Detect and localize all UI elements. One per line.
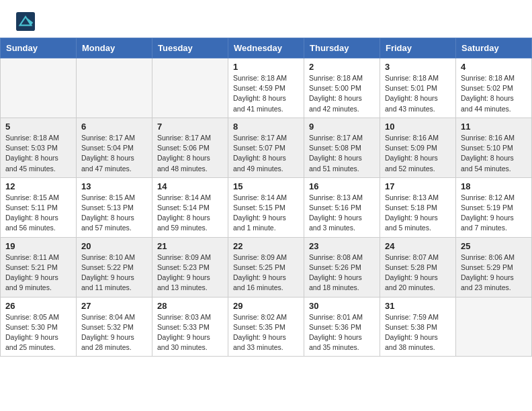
calendar-cell: 2Sunrise: 8:18 AMSunset: 5:00 PMDaylight… xyxy=(304,58,380,118)
day-number: 6 xyxy=(81,122,147,132)
calendar-cell: 11Sunrise: 8:16 AMSunset: 5:10 PMDayligh… xyxy=(456,118,532,177)
day-info: Sunrise: 8:15 AMSunset: 5:13 PMDaylight:… xyxy=(81,193,147,234)
day-number: 5 xyxy=(5,122,71,132)
day-number: 16 xyxy=(309,181,375,191)
day-number: 24 xyxy=(385,241,451,251)
calendar-cell xyxy=(456,297,532,357)
day-number: 20 xyxy=(81,241,147,251)
weekday-header-monday: Monday xyxy=(77,38,152,58)
day-info: Sunrise: 8:18 AMSunset: 5:03 PMDaylight:… xyxy=(5,133,71,174)
day-info: Sunrise: 8:02 AMSunset: 5:35 PMDaylight:… xyxy=(233,312,299,353)
day-info: Sunrise: 8:18 AMSunset: 5:02 PMDaylight:… xyxy=(461,73,527,114)
day-number: 3 xyxy=(385,62,451,72)
day-number: 31 xyxy=(385,301,451,311)
calendar-cell: 23Sunrise: 8:08 AMSunset: 5:26 PMDayligh… xyxy=(304,237,380,297)
calendar-week-row: 26Sunrise: 8:05 AMSunset: 5:30 PMDayligh… xyxy=(1,297,532,357)
calendar-cell: 13Sunrise: 8:15 AMSunset: 5:13 PMDayligh… xyxy=(77,177,152,237)
calendar-cell: 30Sunrise: 8:01 AMSunset: 5:36 PMDayligh… xyxy=(304,297,380,357)
calendar-cell: 15Sunrise: 8:14 AMSunset: 5:15 PMDayligh… xyxy=(228,177,304,237)
day-info: Sunrise: 8:14 AMSunset: 5:14 PMDaylight:… xyxy=(157,193,223,234)
day-info: Sunrise: 8:16 AMSunset: 5:10 PMDaylight:… xyxy=(461,133,527,174)
calendar-week-row: 12Sunrise: 8:15 AMSunset: 5:11 PMDayligh… xyxy=(1,177,532,237)
day-number: 22 xyxy=(233,241,299,251)
calendar-cell: 28Sunrise: 8:03 AMSunset: 5:33 PMDayligh… xyxy=(152,297,228,357)
day-info: Sunrise: 8:13 AMSunset: 5:18 PMDaylight:… xyxy=(385,193,451,234)
day-info: Sunrise: 8:18 AMSunset: 4:59 PMDaylight:… xyxy=(233,73,299,114)
weekday-header-friday: Friday xyxy=(380,38,456,58)
day-number: 15 xyxy=(233,181,299,191)
calendar-cell xyxy=(152,58,228,118)
day-number: 27 xyxy=(81,301,147,311)
calendar-cell: 31Sunrise: 7:59 AMSunset: 5:38 PMDayligh… xyxy=(380,297,456,357)
calendar-cell: 19Sunrise: 8:11 AMSunset: 5:21 PMDayligh… xyxy=(1,237,77,297)
day-info: Sunrise: 7:59 AMSunset: 5:38 PMDaylight:… xyxy=(385,312,451,353)
weekday-header-saturday: Saturday xyxy=(456,38,532,58)
calendar-cell: 4Sunrise: 8:18 AMSunset: 5:02 PMDaylight… xyxy=(456,58,532,118)
day-info: Sunrise: 8:03 AMSunset: 5:33 PMDaylight:… xyxy=(157,312,223,353)
day-number: 25 xyxy=(461,241,527,251)
day-number: 29 xyxy=(233,301,299,311)
day-number: 9 xyxy=(309,122,375,132)
calendar-cell: 20Sunrise: 8:10 AMSunset: 5:22 PMDayligh… xyxy=(77,237,152,297)
calendar-cell: 1Sunrise: 8:18 AMSunset: 4:59 PMDaylight… xyxy=(228,58,304,118)
day-number: 30 xyxy=(309,301,375,311)
weekday-header-tuesday: Tuesday xyxy=(152,38,228,58)
day-info: Sunrise: 8:13 AMSunset: 5:16 PMDaylight:… xyxy=(309,193,375,234)
day-number: 10 xyxy=(385,122,451,132)
day-number: 28 xyxy=(157,301,223,311)
weekday-header-sunday: Sunday xyxy=(1,38,77,58)
day-number: 2 xyxy=(309,62,375,72)
day-info: Sunrise: 8:10 AMSunset: 5:22 PMDaylight:… xyxy=(81,253,147,293)
calendar-cell: 17Sunrise: 8:13 AMSunset: 5:18 PMDayligh… xyxy=(380,177,456,237)
day-info: Sunrise: 8:08 AMSunset: 5:26 PMDaylight:… xyxy=(309,253,375,293)
calendar-cell: 6Sunrise: 8:17 AMSunset: 5:04 PMDaylight… xyxy=(77,118,152,177)
logo-icon xyxy=(16,12,35,31)
day-info: Sunrise: 8:18 AMSunset: 5:01 PMDaylight:… xyxy=(385,73,451,114)
day-info: Sunrise: 8:16 AMSunset: 5:09 PMDaylight:… xyxy=(385,133,451,174)
day-info: Sunrise: 8:09 AMSunset: 5:23 PMDaylight:… xyxy=(157,253,223,293)
day-number: 7 xyxy=(157,122,223,132)
calendar-cell: 22Sunrise: 8:09 AMSunset: 5:25 PMDayligh… xyxy=(228,237,304,297)
day-info: Sunrise: 8:17 AMSunset: 5:08 PMDaylight:… xyxy=(309,133,375,174)
calendar-cell: 29Sunrise: 8:02 AMSunset: 5:35 PMDayligh… xyxy=(228,297,304,357)
day-number: 23 xyxy=(309,241,375,251)
calendar-cell: 25Sunrise: 8:06 AMSunset: 5:29 PMDayligh… xyxy=(456,237,532,297)
calendar-table: SundayMondayTuesdayWednesdayThursdayFrid… xyxy=(0,38,532,357)
calendar-cell: 24Sunrise: 8:07 AMSunset: 5:28 PMDayligh… xyxy=(380,237,456,297)
calendar-cell: 14Sunrise: 8:14 AMSunset: 5:14 PMDayligh… xyxy=(152,177,228,237)
day-info: Sunrise: 8:01 AMSunset: 5:36 PMDaylight:… xyxy=(309,312,375,353)
calendar-week-row: 19Sunrise: 8:11 AMSunset: 5:21 PMDayligh… xyxy=(1,237,532,297)
calendar-cell: 27Sunrise: 8:04 AMSunset: 5:32 PMDayligh… xyxy=(77,297,152,357)
day-number: 8 xyxy=(233,122,299,132)
day-number: 4 xyxy=(461,62,527,72)
day-info: Sunrise: 8:04 AMSunset: 5:32 PMDaylight:… xyxy=(81,312,147,353)
page-header xyxy=(0,0,532,38)
calendar-cell: 8Sunrise: 8:17 AMSunset: 5:07 PMDaylight… xyxy=(228,118,304,177)
calendar-cell: 10Sunrise: 8:16 AMSunset: 5:09 PMDayligh… xyxy=(380,118,456,177)
day-info: Sunrise: 8:15 AMSunset: 5:11 PMDaylight:… xyxy=(5,193,71,234)
calendar-cell xyxy=(1,58,77,118)
calendar-cell: 26Sunrise: 8:05 AMSunset: 5:30 PMDayligh… xyxy=(1,297,77,357)
day-info: Sunrise: 8:17 AMSunset: 5:06 PMDaylight:… xyxy=(157,133,223,174)
day-info: Sunrise: 8:14 AMSunset: 5:15 PMDaylight:… xyxy=(233,193,299,234)
day-info: Sunrise: 8:17 AMSunset: 5:04 PMDaylight:… xyxy=(81,133,147,174)
day-info: Sunrise: 8:18 AMSunset: 5:00 PMDaylight:… xyxy=(309,73,375,114)
day-info: Sunrise: 8:07 AMSunset: 5:28 PMDaylight:… xyxy=(385,253,451,293)
day-info: Sunrise: 8:17 AMSunset: 5:07 PMDaylight:… xyxy=(233,133,299,174)
day-info: Sunrise: 8:11 AMSunset: 5:21 PMDaylight:… xyxy=(5,253,71,293)
day-number: 17 xyxy=(385,181,451,191)
day-info: Sunrise: 8:09 AMSunset: 5:25 PMDaylight:… xyxy=(233,253,299,293)
svg-rect-0 xyxy=(16,12,35,31)
day-number: 26 xyxy=(5,301,71,311)
day-info: Sunrise: 8:06 AMSunset: 5:29 PMDaylight:… xyxy=(461,253,527,293)
calendar-cell: 12Sunrise: 8:15 AMSunset: 5:11 PMDayligh… xyxy=(1,177,77,237)
calendar-cell xyxy=(77,58,152,118)
calendar-cell: 3Sunrise: 8:18 AMSunset: 5:01 PMDaylight… xyxy=(380,58,456,118)
calendar-cell: 5Sunrise: 8:18 AMSunset: 5:03 PMDaylight… xyxy=(1,118,77,177)
calendar-week-row: 5Sunrise: 8:18 AMSunset: 5:03 PMDaylight… xyxy=(1,118,532,177)
calendar-cell: 16Sunrise: 8:13 AMSunset: 5:16 PMDayligh… xyxy=(304,177,380,237)
logo xyxy=(16,12,38,31)
day-number: 13 xyxy=(81,181,147,191)
calendar-cell: 21Sunrise: 8:09 AMSunset: 5:23 PMDayligh… xyxy=(152,237,228,297)
day-number: 14 xyxy=(157,181,223,191)
